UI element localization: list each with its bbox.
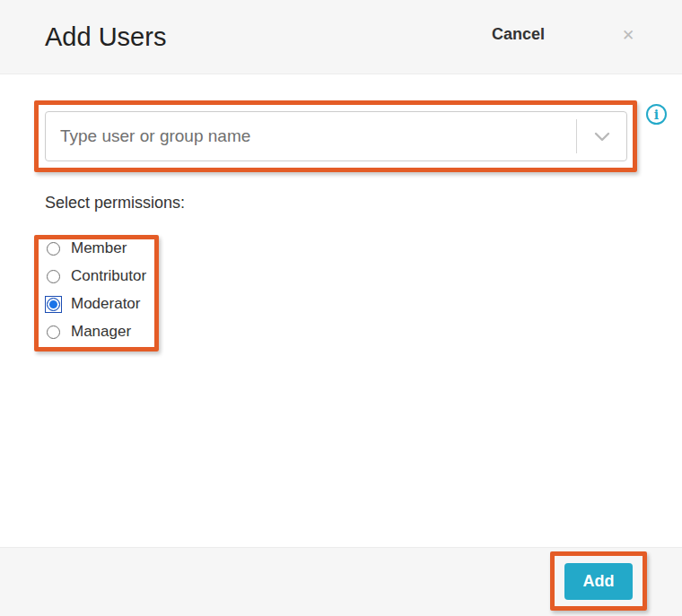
radio-button-icon[interactable] [45,240,62,257]
add-button[interactable]: Add [564,563,633,600]
radio-label: Contributor [71,267,146,285]
radio-option-contributor[interactable]: Contributor [45,266,146,286]
radio-label: Moderator [71,295,140,313]
radio-label: Member [71,239,127,257]
close-icon[interactable]: ✕ [616,23,640,47]
radio-option-manager[interactable]: Manager [45,322,146,342]
dialog-header: Add Users [0,0,682,74]
user-picker-combo [45,111,627,161]
radio-option-member[interactable]: Member [45,239,146,258]
radio-option-moderator[interactable]: Moderator [45,294,146,314]
dialog-title: Add Users [45,22,166,52]
user-search-input[interactable] [46,112,577,161]
permissions-radio-group: Member Contributor Moderator Manager [45,239,146,342]
radio-button-icon[interactable] [45,268,62,285]
chevron-down-icon[interactable] [577,112,626,161]
info-icon[interactable]: i [646,104,667,125]
radio-button-icon[interactable] [45,324,62,341]
cancel-button[interactable]: Cancel [492,0,545,69]
permissions-label: Select permissions: [45,194,185,213]
radio-label: Manager [71,323,131,341]
add-users-dialog: Add Users ✕ i Select permissions: Member… [0,0,682,616]
radio-button-icon[interactable] [45,296,62,313]
